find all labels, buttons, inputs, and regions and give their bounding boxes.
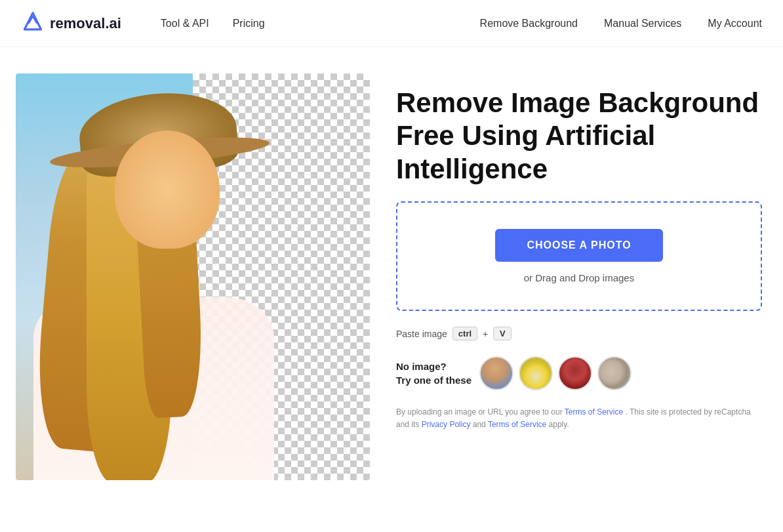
logo-icon (21, 10, 45, 37)
right-content: Remove Image Background Free Using Artif… (396, 73, 762, 432)
nav-my-account[interactable]: My Account (708, 18, 762, 30)
footer-disclaimer: By uploading an image or URL you agree t… (396, 406, 762, 431)
woman-face (115, 131, 220, 249)
no-image-text: No image? (396, 361, 447, 372)
logo-text: removal.ai (50, 15, 121, 32)
nav-left: Tool & API Pricing (161, 18, 265, 30)
navbar: removal.ai Tool & API Pricing Remove Bac… (0, 0, 783, 47)
sample-thumb-dog[interactable] (597, 356, 632, 390)
v-key: V (493, 327, 512, 340)
terms-link-2[interactable]: Terms of Service (488, 420, 546, 429)
sample-thumb-bag[interactable] (558, 356, 592, 390)
sample-thumb-car[interactable] (519, 356, 553, 390)
nav-remove-background[interactable]: Remove Background (480, 18, 578, 30)
hero-title: Remove Image Background Free Using Artif… (396, 87, 762, 186)
drop-zone[interactable]: CHOOSE A PHOTO or Drag and Drop images (396, 201, 762, 311)
sample-row: No image? Try one of these (396, 356, 762, 390)
footer-part4: apply. (546, 420, 569, 429)
sample-thumb-person[interactable] (479, 356, 513, 390)
ctrl-key: ctrl (452, 327, 477, 340)
plus-sign: + (483, 329, 488, 339)
main-content: Remove Image Background Free Using Artif… (0, 47, 783, 506)
privacy-link[interactable]: Privacy Policy (422, 420, 471, 429)
hero-image-container (16, 73, 370, 480)
footer-part3: and (470, 420, 487, 429)
drag-drop-text: or Drag and Drop images (524, 272, 634, 283)
sample-label: No image? Try one of these (396, 359, 472, 387)
terms-link-1[interactable]: Terms of Service (565, 407, 623, 417)
sample-thumbnails (479, 356, 632, 390)
nav-tool-api[interactable]: Tool & API (161, 18, 209, 30)
hero-image (16, 73, 370, 480)
logo-link[interactable]: removal.ai (21, 10, 121, 37)
nav-right: Remove Background Manual Services My Acc… (480, 18, 762, 30)
nav-manual-services[interactable]: Manual Services (604, 18, 681, 30)
choose-photo-button[interactable]: CHOOSE A PHOTO (495, 229, 662, 262)
nav-pricing[interactable]: Pricing (233, 18, 265, 30)
footer-part1: By uploading an image or URL you agree t… (396, 407, 565, 417)
paste-label: Paste image (396, 329, 447, 339)
paste-row: Paste image ctrl + V (396, 327, 762, 340)
try-one-text: Try one of these (396, 375, 472, 386)
